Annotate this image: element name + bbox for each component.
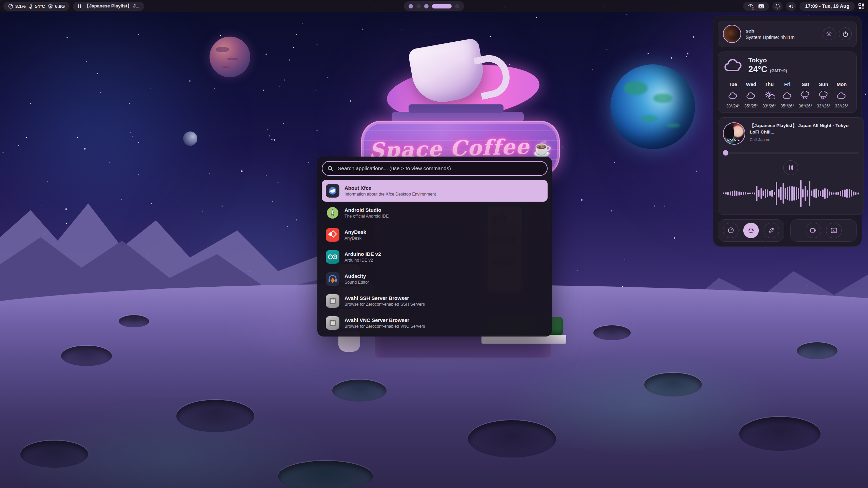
neon-cup-icon: ☕ [532,139,552,158]
system-stats-pill[interactable]: 3.1% 54°C 6.8G [3,2,70,11]
rain-icon [800,91,810,100]
network-jack-icon [326,294,339,308]
app-launcher: About Xfce Information about the Xfce De… [317,157,552,337]
purple-planet [210,37,250,77]
app-row-arduino[interactable]: Arduino IDE v2 Arduino IDE v2 [322,246,548,268]
crater [739,417,821,451]
app-desc: Sound Editor [344,280,369,285]
profile-balanced-button[interactable] [743,223,759,238]
top-bar: 3.1% 54°C 6.8G 【Japanese Playlist】 J... [0,0,868,12]
screenshot-button[interactable] [826,223,842,238]
app-row-about-xfce[interactable]: About Xfce Information about the Xfce De… [322,180,548,202]
crater [797,342,837,359]
clock[interactable]: 17:09 - Tue, 19 Aug [800,2,855,11]
volume-button[interactable] [786,2,796,11]
app-row-audacity[interactable]: Audacity Sound Editor [322,268,548,290]
workspace-switcher[interactable] [404,1,464,11]
chip-icon [48,4,53,9]
app-desc: Arduino IDE v2 [344,258,381,263]
play-pause-button[interactable] [783,160,798,175]
memory-usage: 6.8G [48,4,65,9]
workspace-dot-1[interactable] [409,4,413,8]
app-row-android-studio[interactable]: Android Studio The official Android IDE [322,202,548,224]
weather-card: Tokyo 24°C (GMT+9) Tue 33°/24° Wed [718,52,857,113]
weather-timezone: (GMT+9) [770,68,787,73]
cloud-icon [724,58,744,73]
bell-icon [775,3,780,9]
seek-knob[interactable] [723,150,728,156]
settings-button[interactable] [823,27,835,40]
screenshot-icon[interactable] [758,4,764,9]
app-list: About Xfce Information about the Xfce De… [322,180,548,334]
desktop: sh oon ans Space Coffee ☕ 3.1% [0,0,868,488]
side-panel: seb System Uptime: 4h11m Tokyo 24°C [713,16,862,247]
pause-icon [791,165,793,170]
profile-powersaver-button[interactable] [764,223,779,238]
power-profile-group [718,219,784,242]
avatar[interactable] [723,25,741,43]
weather-temp: 24°C [748,64,767,74]
app-title: Audacity [344,273,369,280]
app-title: About Xfce [344,185,436,191]
now-playing-pill[interactable]: 【Japanese Playlist】 J... [73,2,144,11]
screen-record-button[interactable] [806,223,821,238]
app-desc: Browse for Zeroconf-enabled SSH Servers [344,302,425,307]
notifications-button[interactable] [772,2,783,11]
album-art-label: TOKYO L [725,138,739,141]
app-row-avahi-vnc[interactable]: Avahi VNC Server Browser Browse for Zero… [322,312,548,334]
cloud-icon [836,92,847,99]
tray-tools-pill[interactable]: C [743,2,769,11]
speedometer-icon [728,227,734,233]
anydesk-icon [326,228,339,242]
app-title: Avahi VNC Server Browser [344,317,425,324]
phone-icon[interactable]: C [748,3,753,9]
search-icon [328,166,333,171]
divider [724,78,851,78]
screenshot-icon [831,228,837,233]
clock-label: 17:09 - Tue, 19 Aug [805,3,849,9]
app-title: Arduino IDE v2 [344,251,381,258]
workspace-dot-3[interactable] [424,4,429,8]
system-uptime: System Uptime: 4h11m [746,35,794,40]
workspace-dot-2[interactable] [416,4,421,8]
scales-icon [748,227,754,234]
forecast-day: Thu 33°/26° [760,82,778,108]
forecast-day: Tue 33°/24° [724,82,742,108]
pause-icon [789,165,790,170]
power-button[interactable] [839,27,852,40]
app-title: Android Studio [344,207,389,214]
grid-icon[interactable] [858,3,865,9]
app-desc: Browse for Zeroconf-enabled VNC Servers [344,324,425,329]
forecast-day: Sat 36°/26° [796,82,814,108]
seek-bar[interactable] [723,150,859,156]
track-title: 【Japanese Playlist】 Japan All Night - To… [750,122,859,136]
app-desc: AnyDesk [344,236,366,241]
sign-base [409,104,504,113]
cloud-icon [782,92,792,99]
crater [61,346,112,366]
album-art[interactable]: TOKYO L [723,122,745,145]
workspace-dot-4[interactable] [432,4,452,8]
capture-group [790,219,857,242]
app-title: AnyDesk [344,229,366,236]
cloud-icon [728,92,738,99]
weather-city: Tokyo [748,57,787,64]
search-bar[interactable] [322,161,548,176]
weather-forecast: Tue 33°/24° Wed 35°/25° Thu 33°/26° Fri [724,82,851,108]
app-desc: Information about the Xfce Desktop Envir… [344,191,436,197]
forecast-day: Wed 35°/25° [742,82,760,108]
volume-icon [788,4,794,9]
crater [20,441,88,468]
crater [176,400,254,432]
search-input[interactable] [337,165,542,172]
audacity-icon [326,272,339,286]
app-desc: The official Android IDE [344,214,389,219]
speedometer-icon [8,4,13,9]
app-row-avahi-ssh[interactable]: Avahi SSH Server Browser Browse for Zero… [322,290,548,312]
xfce-mouse-icon [326,184,339,198]
earth-planet [610,64,695,149]
app-row-anydesk[interactable]: AnyDesk AnyDesk [322,224,548,246]
workspace-dot-5[interactable] [455,4,459,8]
android-studio-icon [326,206,339,220]
profile-performance-button[interactable] [723,223,738,238]
